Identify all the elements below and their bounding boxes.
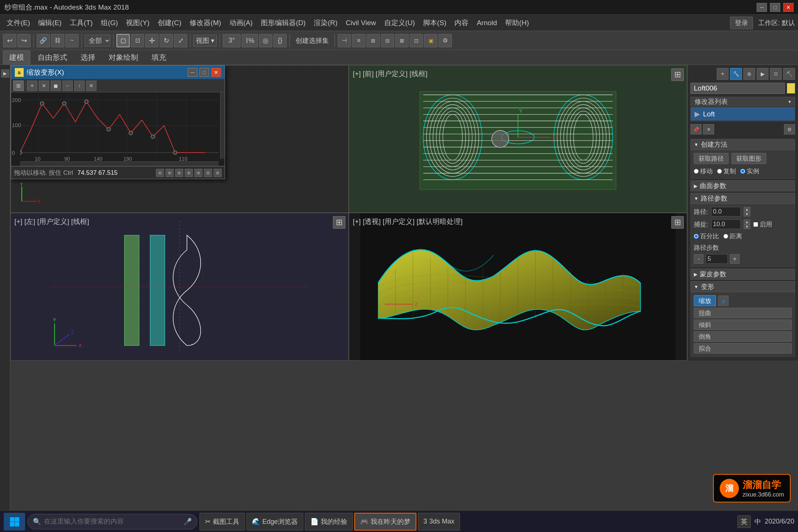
material-editor-btn[interactable]: ⊠ bbox=[395, 34, 409, 47]
redo-btn[interactable]: ↪ bbox=[17, 34, 31, 47]
path-steps-input[interactable] bbox=[706, 254, 728, 264]
menu-item-create[interactable]: 创建(C) bbox=[154, 17, 185, 28]
radio-percent[interactable]: 百分比 bbox=[694, 232, 719, 241]
taskbar-app-edge[interactable]: 🌊Edge浏览器 bbox=[246, 513, 303, 531]
coord-system-dropdown[interactable]: 视图 ▾ bbox=[193, 35, 217, 47]
menu-item-content[interactable]: 内容 bbox=[451, 17, 472, 28]
vp-tr-nav[interactable] bbox=[491, 130, 509, 148]
viewport-top-right[interactable]: [+] [前] [用户定义] [线框] ⊞ bbox=[349, 65, 687, 213]
rp-create-icon[interactable]: + bbox=[717, 68, 729, 80]
bind-btn[interactable]: ~ bbox=[65, 34, 79, 47]
dialog-minimize[interactable]: ─ bbox=[188, 68, 197, 77]
scale-btn[interactable]: ⤢ bbox=[174, 34, 187, 47]
radio-copy[interactable]: 复制 bbox=[717, 167, 736, 175]
radio-move[interactable]: 移动 bbox=[694, 167, 713, 175]
menu-item-edit[interactable]: 编辑(E) bbox=[34, 17, 65, 28]
get-shape-btn[interactable]: 获取图形 bbox=[732, 153, 766, 164]
deformations-header[interactable]: ▼ 变形 bbox=[690, 281, 795, 292]
enable-checkbox[interactable]: 启用 bbox=[753, 220, 772, 229]
creation-method-header[interactable]: ▼ 创建方法 bbox=[690, 139, 795, 150]
dialog-tool-reset[interactable]: ◼ bbox=[51, 81, 61, 91]
close-btn[interactable]: ✕ bbox=[783, 3, 794, 12]
angle-snap-btn[interactable]: ⌇% bbox=[242, 34, 258, 47]
menu-item-modify[interactable]: 修改器(M) bbox=[186, 17, 225, 28]
snap-value-input[interactable] bbox=[711, 219, 741, 229]
menu-item-group[interactable]: 组(G) bbox=[97, 17, 122, 28]
surface-params-header[interactable]: ▶ 曲面参数 bbox=[690, 180, 795, 191]
taskbar-app-game[interactable]: 🎮我在昨天的梦 bbox=[354, 513, 416, 531]
select-region-btn[interactable]: ⊡ bbox=[131, 34, 144, 47]
radio-instance[interactable]: 实例 bbox=[740, 167, 759, 175]
mod-config-btn[interactable]: ⚙ bbox=[784, 124, 795, 134]
menu-item-anim[interactable]: 动画(A) bbox=[226, 17, 256, 28]
path-params-header[interactable]: ▼ 路径参数 bbox=[690, 193, 795, 204]
dialog-tool-move-y[interactable]: ↕ bbox=[74, 81, 85, 91]
snap-toggle-btn[interactable]: {} bbox=[273, 34, 287, 47]
taskbar-lang[interactable]: 中 bbox=[754, 517, 761, 526]
rotate-btn[interactable]: ↻ bbox=[160, 34, 173, 47]
mod-remove-btn[interactable]: ✕ bbox=[703, 124, 714, 134]
menu-item-arnold[interactable]: Arnold bbox=[473, 18, 501, 28]
login-btn[interactable]: 登录 bbox=[730, 17, 753, 29]
vp-tr-corner[interactable]: ⊞ bbox=[671, 68, 684, 81]
modifier-list-dropdown[interactable]: ▾ bbox=[788, 99, 791, 105]
deform-tilt-btn[interactable]: 倾斜 bbox=[694, 320, 792, 330]
deform-fit-btn[interactable]: 拟合 bbox=[694, 343, 792, 354]
chart-scrollbar-v[interactable] bbox=[220, 92, 225, 159]
minimize-btn[interactable]: ─ bbox=[757, 3, 767, 12]
menu-item-graph[interactable]: 图形编辑器(D) bbox=[257, 17, 309, 28]
percent-snap-btn[interactable]: 3° bbox=[223, 34, 241, 47]
mod-pin-btn[interactable]: 📌 bbox=[690, 124, 702, 134]
select-obj-btn[interactable]: ▢ bbox=[116, 34, 130, 47]
menu-item-civilview[interactable]: Civil View bbox=[342, 18, 380, 28]
start-btn[interactable] bbox=[4, 513, 25, 531]
move-btn[interactable]: ✛ bbox=[145, 34, 158, 47]
subtool-modeling[interactable]: 建模 bbox=[3, 51, 30, 64]
window-controls[interactable]: ─ □ ✕ bbox=[757, 3, 794, 12]
mic-icon[interactable]: 🎤 bbox=[184, 518, 192, 526]
object-color-swatch[interactable] bbox=[787, 83, 795, 93]
viewport-bottom-right[interactable]: [+] [透视] [用户定义] [默认明暗处理] ⊞ bbox=[349, 213, 687, 361]
subtool-select[interactable]: 选择 bbox=[75, 51, 101, 64]
viewport-bottom-left[interactable]: [+] [左] [用户定义] [线框] ⊞ bbox=[10, 213, 349, 361]
taskbar-app-screenshot[interactable]: ✂截图工具 bbox=[200, 513, 245, 531]
align-btn[interactable]: ≡ bbox=[352, 34, 365, 47]
dialog-tool-pointer[interactable]: ⊞ bbox=[13, 81, 24, 91]
rp-hierarchy-icon[interactable]: ⊛ bbox=[743, 68, 755, 80]
vp-br-corner[interactable]: ⊞ bbox=[671, 216, 684, 229]
dialog-tool-del-pt[interactable]: ✕ bbox=[39, 81, 49, 91]
dialog-chart[interactable]: 200 100 0 bbox=[11, 92, 225, 166]
skin-params-header[interactable]: ▶ 蒙皮参数 bbox=[690, 269, 795, 280]
subtool-paint[interactable]: 对象绘制 bbox=[103, 51, 144, 64]
deform-scale-btn[interactable]: 缩放 bbox=[694, 295, 716, 306]
settings-btn[interactable]: ⚙ bbox=[439, 34, 452, 47]
rp-display-icon[interactable]: ⊡ bbox=[770, 68, 782, 80]
taskbar-search-input[interactable] bbox=[44, 518, 181, 525]
selection-filter-dropdown[interactable]: 全部 bbox=[85, 35, 110, 47]
render-scene-btn[interactable]: ⊡ bbox=[410, 34, 423, 47]
maximize-btn[interactable]: □ bbox=[770, 3, 780, 12]
vp-bl-corner[interactable]: ⊞ bbox=[333, 216, 345, 229]
mirror-btn[interactable]: ⊣ bbox=[338, 34, 351, 47]
dialog-tool-scale-x[interactable]: ✕ bbox=[86, 81, 96, 91]
menu-item-view[interactable]: 视图(Y) bbox=[122, 17, 153, 28]
taskbar-app-doc[interactable]: 📄我的经验 bbox=[305, 513, 353, 531]
chart-scrollbar-h[interactable] bbox=[20, 161, 219, 166]
path-value-input[interactable] bbox=[711, 207, 741, 216]
scale-transform-dialog[interactable]: a 缩放变形(X) ─ □ ✕ ⊞ + ✕ ◼ ↔ ↕ bbox=[11, 65, 225, 179]
path-steps-inc[interactable]: + bbox=[730, 254, 740, 264]
menu-item-file[interactable]: 文件(E) bbox=[3, 17, 34, 28]
dialog-maximize[interactable]: □ bbox=[200, 68, 209, 77]
path-steps-dec[interactable]: - bbox=[694, 254, 703, 264]
path-spinner[interactable]: ▲ ▼ bbox=[744, 207, 750, 216]
rp-motion-icon[interactable]: ▶ bbox=[757, 68, 768, 80]
snap-spinner[interactable]: ▲ ▼ bbox=[744, 219, 750, 229]
undo-btn[interactable]: ↩ bbox=[3, 34, 16, 47]
subtool-fill[interactable]: 填充 bbox=[146, 51, 172, 64]
viewport-top-left[interactable]: X Y a 缩放变形(X) ─ □ ✕ ⊞ bbox=[10, 65, 349, 213]
spinner-snap-btn[interactable]: ◎ bbox=[259, 34, 272, 47]
deform-bevel-btn[interactable]: 倒角 bbox=[694, 331, 792, 342]
dialog-title-bar[interactable]: a 缩放变形(X) ─ □ ✕ bbox=[11, 66, 225, 79]
rp-utility-icon[interactable]: 🔨 bbox=[783, 68, 795, 80]
taskbar-search[interactable]: 🔍 🎤 bbox=[27, 514, 197, 529]
